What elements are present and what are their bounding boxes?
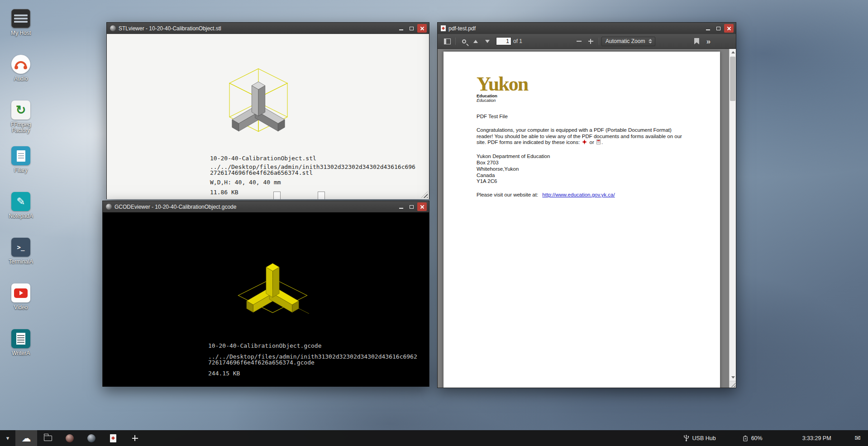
desktop-icon-filary[interactable]: Filary [4,146,38,192]
desktop-icon-label: Filary [14,168,27,173]
desktop-icon-my-host[interactable]: My Host [4,9,38,55]
taskbar: ▾ ☁ USB Hub [0,430,868,446]
address-line: Yukon Department of Education [477,153,685,160]
stl-filename: 10-20-40-CalibrationObject.stl [210,155,416,161]
scrollbar[interactable] [729,49,736,381]
sidebar-toggle-button[interactable] [441,36,453,47]
recycle-arrows-icon: ↻ [11,101,30,120]
scrollbar-thumb[interactable] [730,57,735,101]
taskbar-cloud-button[interactable]: ☁ [15,430,37,446]
desktop-icon-audio[interactable]: Audio [4,55,38,101]
stlviewer-titlebar[interactable]: STLviewer - 10-20-40-CalibrationObject.s… [107,23,429,34]
desktop-icon-writera[interactable]: WriterA [4,329,38,375]
taskbar-pdf-button[interactable] [102,430,124,446]
maximize-button[interactable] [407,24,416,33]
zoom-out-button[interactable] [573,36,585,47]
stl-file-strip: 10-20-40-Ca f6a40f40a [262,192,337,199]
pencil-icon: ✎ [11,192,30,211]
terminal-prompt-icon: >_ [11,238,30,257]
secondary-toolbar-button[interactable]: » [702,36,714,47]
resize-grip[interactable] [729,381,736,388]
desktop-icon-notepada[interactable]: ✎ NotepadA [4,192,38,238]
pdf-toolbar: of 1 Automatic Zoom » [438,34,736,49]
usb-hub-label: USB Hub [692,435,716,441]
gcodeviewer-app-icon [106,204,112,210]
website-line: Please visit our website at: http://www.… [477,192,685,198]
page-count-label: of 1 [513,38,522,44]
find-button[interactable] [458,36,470,47]
stl-dimensions: W,D,H: 40, 40, 40 mm [210,179,416,185]
address-block: Yukon Department of Education Box 2703 W… [477,153,685,185]
gcode-file-path: ../../Desktop/files/admin/inith31302d323… [208,354,418,365]
logo-subtitle-fr: Éducation [477,98,685,103]
pdf-window-title: pdf-test.pdf [448,25,701,32]
taskbar-menu-button[interactable]: ▾ [0,430,15,446]
stl-viewport[interactable]: 10-20-40-CalibrationObject.stl ../../Des… [107,34,429,199]
taskbar-gcodeviewer-button[interactable] [81,430,102,446]
minimize-button[interactable] [396,202,406,211]
resize-grip[interactable] [421,192,428,198]
address-line: Canada [477,173,685,179]
maximize-button[interactable] [407,202,416,211]
gcodeviewer-titlebar[interactable]: GCODEviewer - 10-20-40-CalibrationObject… [103,201,429,212]
pdf-doc-paragraph: Congratulations, your computer is equipp… [477,127,686,146]
taskbar-stlviewer-button[interactable] [59,430,81,446]
close-button[interactable] [417,202,427,211]
minimize-button[interactable] [703,24,713,33]
close-button[interactable] [724,24,734,33]
search-icon [462,39,466,43]
zoom-in-button[interactable] [585,36,596,47]
taskbar-add-button[interactable] [124,430,146,446]
document-icon [11,146,30,165]
toolbar-divider [455,38,456,45]
gcode-viewport[interactable]: 10-20-40-CalibrationObject.gcode ../../D… [103,212,429,387]
website-link[interactable]: http://www.education.gov.yk.ca/ [542,192,615,197]
gcodeviewer-window: GCODEviewer - 10-20-40-CalibrationObject… [102,201,429,387]
pdf-titlebar[interactable]: pdf-test.pdf [438,23,736,34]
stlviewer-app-icon [110,25,116,31]
arrow-up-icon [473,40,478,43]
minimize-button[interactable] [396,24,406,33]
desktop-icon-video[interactable]: Video [4,283,38,329]
plus-icon [588,39,593,44]
battery-status[interactable]: 60% [742,435,763,441]
maximize-button[interactable] [714,24,723,33]
bookmark-button[interactable] [691,36,702,47]
scroll-up-button[interactable] [730,49,736,56]
desktop-icon-label: FFmpeg Factory [4,122,38,134]
server-list-icon [11,9,30,28]
battery-percent-label: 60% [751,435,763,441]
page-number-input[interactable] [496,37,511,45]
taskbar-files-button[interactable] [37,430,59,446]
pdf-app-icon [441,25,446,31]
play-button-icon [11,283,30,302]
headphones-icon [11,55,30,74]
mail-icon[interactable]: ✉ [855,434,861,442]
stlviewer-app-icon [66,434,74,442]
desktop-icon-label: Audio [14,76,28,82]
gcode-filename: 10-20-40-CalibrationObject.gcode [208,343,418,349]
desktop-icon-ffmpeg-factory[interactable]: ↻ FFmpeg Factory [4,101,38,146]
stl-3d-render[interactable] [222,64,295,136]
file-icon [318,192,325,199]
usb-hub-status[interactable]: USB Hub [683,435,716,441]
file-thumbnail[interactable]: 10-20-40-Ca [262,192,292,199]
file-thumbnail[interactable]: f6a40f40a [306,192,337,199]
folder-icon [44,436,52,441]
yukon-logo: Yukon [477,75,685,93]
desktop-icon-terminala[interactable]: >_ TerminalA [4,238,38,283]
usb-icon [683,435,689,441]
gcode-3d-render[interactable] [235,257,310,318]
cloud-icon: ☁ [22,433,31,443]
acrobat-pdf-icon [582,139,587,146]
toolbar-divider [599,38,599,45]
close-button[interactable] [417,24,427,33]
pdf-doc-heading: PDF Test File [477,114,685,120]
zoom-dropdown[interactable]: Automatic Zoom [601,37,655,46]
previous-page-button[interactable] [470,36,482,47]
zoom-level-label: Automatic Zoom [606,38,645,44]
pdf-file-icon [110,434,116,442]
next-page-button[interactable] [482,36,493,47]
stlviewer-window: STLviewer - 10-20-40-CalibrationObject.s… [106,22,429,199]
scroll-down-button[interactable] [730,374,736,381]
